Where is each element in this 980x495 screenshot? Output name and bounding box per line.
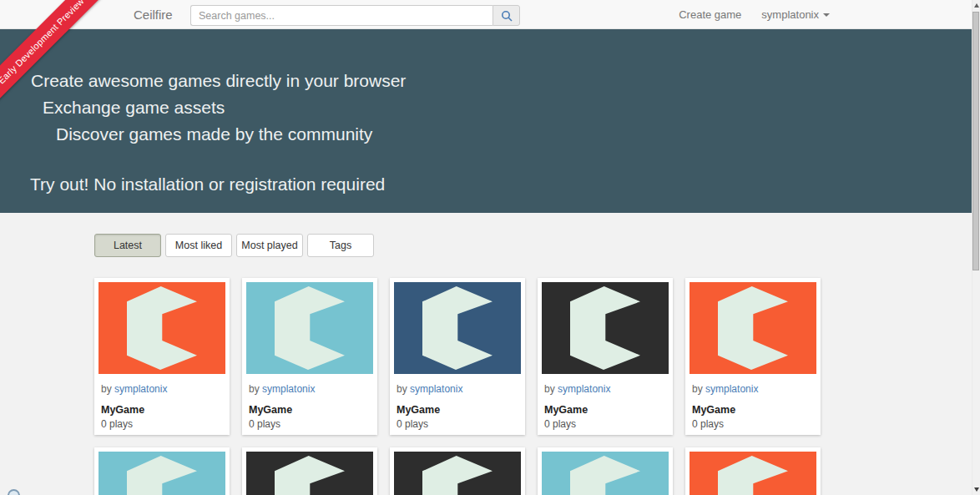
- username-label: symplatonix: [761, 8, 819, 21]
- hero-line-3: Discover games made by the community: [56, 124, 372, 144]
- corner-circle-button[interactable]: [8, 489, 20, 495]
- hero-line-1: Create awesome games directly in your br…: [31, 71, 406, 91]
- author-prefix: by: [101, 383, 112, 395]
- ceilfire-logo-icon: [570, 286, 640, 370]
- games-row-2: by symplatonix MyGame 0 plays by symplat…: [94, 447, 821, 495]
- brand-link[interactable]: Ceilfire: [134, 0, 173, 29]
- navbar-right: Create game symplatonix: [679, 0, 830, 29]
- ceilfire-logo-icon: [275, 456, 345, 495]
- game-card[interactable]: by symplatonix MyGame 0 plays: [538, 447, 673, 495]
- game-plays: 0 plays: [101, 418, 223, 430]
- game-card[interactable]: by symplatonix MyGame 0 plays: [685, 278, 821, 435]
- game-author-link[interactable]: symplatonix: [410, 383, 462, 395]
- game-meta: by symplatonix MyGame 0 plays: [242, 378, 377, 430]
- game-author-link[interactable]: symplatonix: [558, 383, 610, 395]
- game-title: MyGame: [249, 404, 371, 416]
- vertical-scrollbar: [972, 0, 980, 495]
- filter-button-tags[interactable]: Tags: [307, 234, 374, 257]
- magnifier-icon: [501, 10, 513, 22]
- ceilfire-logo-icon: [127, 286, 197, 370]
- game-thumbnail[interactable]: [690, 282, 816, 374]
- ceilfire-logo-icon: [718, 286, 788, 370]
- game-plays: 0 plays: [397, 418, 518, 430]
- game-author-line: by symplatonix: [249, 383, 371, 395]
- game-author-link[interactable]: symplatonix: [262, 383, 315, 395]
- search-group: [190, 5, 520, 26]
- caret-down-icon: [823, 13, 830, 17]
- game-thumbnail[interactable]: [542, 282, 669, 374]
- game-card[interactable]: by symplatonix MyGame 0 plays: [242, 278, 377, 435]
- filter-button-latest[interactable]: Latest: [94, 234, 161, 257]
- game-thumbnail[interactable]: [246, 452, 373, 495]
- game-title: MyGame: [692, 404, 814, 416]
- game-title: MyGame: [544, 404, 666, 416]
- author-prefix: by: [544, 383, 555, 395]
- game-card[interactable]: by symplatonix MyGame 0 plays: [94, 278, 230, 435]
- game-author-link[interactable]: symplatonix: [114, 383, 167, 395]
- user-menu[interactable]: symplatonix: [761, 8, 830, 21]
- author-prefix: by: [249, 383, 260, 395]
- top-navbar: Ceilfire Create game symplatonix: [0, 0, 972, 29]
- game-author-line: by symplatonix: [397, 383, 518, 395]
- game-card[interactable]: by symplatonix MyGame 0 plays: [94, 447, 230, 495]
- scrollbar-thumb[interactable]: [972, 12, 979, 270]
- scroll-down-arrow-icon[interactable]: [974, 487, 979, 492]
- game-plays: 0 plays: [544, 418, 666, 430]
- game-thumbnail[interactable]: [394, 282, 521, 374]
- scroll-up-arrow-icon[interactable]: [974, 3, 979, 8]
- author-prefix: by: [397, 383, 407, 395]
- game-card[interactable]: by symplatonix MyGame 0 plays: [538, 278, 673, 435]
- ceilfire-logo-icon: [718, 456, 788, 495]
- game-card[interactable]: by symplatonix MyGame 0 plays: [242, 447, 377, 495]
- game-thumbnail[interactable]: [99, 282, 225, 374]
- game-card[interactable]: by symplatonix MyGame 0 plays: [390, 447, 525, 495]
- filter-bar: LatestMost likedMost playedTags: [94, 234, 374, 257]
- game-thumbnail[interactable]: [690, 452, 816, 495]
- ceilfire-logo-icon: [127, 456, 197, 495]
- game-meta: by symplatonix MyGame 0 plays: [685, 378, 821, 430]
- hero-tagline: Try out! No installation or registration…: [30, 174, 385, 194]
- game-author-line: by symplatonix: [101, 383, 223, 395]
- game-card[interactable]: by symplatonix MyGame 0 plays: [390, 278, 525, 435]
- game-thumbnail[interactable]: [394, 452, 521, 495]
- filter-button-most-liked[interactable]: Most liked: [165, 234, 232, 257]
- game-thumbnail[interactable]: [542, 452, 669, 495]
- game-plays: 0 plays: [692, 418, 814, 430]
- search-input[interactable]: [190, 5, 493, 26]
- hero-banner: Create awesome games directly in your br…: [0, 29, 972, 213]
- search-button[interactable]: [493, 5, 520, 26]
- game-meta: by symplatonix MyGame 0 plays: [390, 378, 525, 430]
- game-plays: 0 plays: [249, 418, 371, 430]
- game-card[interactable]: by symplatonix MyGame 0 plays: [685, 447, 821, 495]
- filter-button-most-played[interactable]: Most played: [236, 234, 303, 257]
- game-title: MyGame: [101, 404, 223, 416]
- games-row-1: by symplatonix MyGame 0 plays by symplat…: [94, 278, 821, 435]
- create-game-link[interactable]: Create game: [679, 8, 741, 21]
- game-title: MyGame: [397, 404, 518, 416]
- ceilfire-logo-icon: [570, 456, 640, 495]
- game-thumbnail[interactable]: [246, 282, 373, 374]
- game-author-line: by symplatonix: [544, 383, 666, 395]
- game-meta: by symplatonix MyGame 0 plays: [538, 378, 673, 430]
- ceilfire-logo-icon: [422, 456, 493, 495]
- author-prefix: by: [692, 383, 703, 395]
- ceilfire-logo-icon: [275, 286, 345, 370]
- game-author-link[interactable]: symplatonix: [705, 383, 758, 395]
- ceilfire-logo-icon: [422, 286, 493, 370]
- game-author-line: by symplatonix: [692, 383, 814, 395]
- hero-line-2: Exchange game assets: [43, 98, 225, 118]
- game-meta: by symplatonix MyGame 0 plays: [94, 378, 230, 430]
- game-thumbnail[interactable]: [99, 452, 225, 495]
